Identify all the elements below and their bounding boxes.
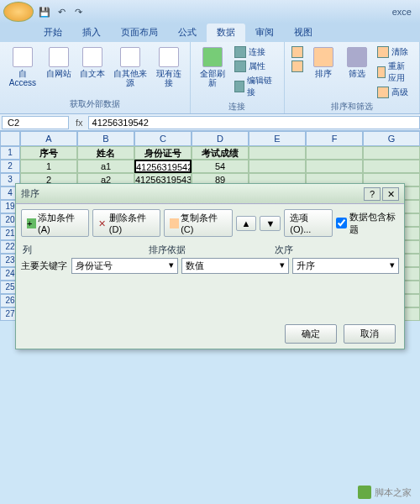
ribbon-group-sort-filter: 排序 筛选 清除重新应用高级 排序和筛选 — [285, 42, 420, 113]
cell[interactable]: a1 — [77, 160, 134, 173]
ribbon-group-connections: 全部刷新 连接属性编辑链接 连接 — [191, 42, 285, 113]
dialog-titlebar[interactable]: 排序 ? ✕ — [16, 184, 404, 204]
column-header[interactable]: B — [77, 131, 134, 146]
fx-icon[interactable]: fx — [71, 118, 88, 128]
row-header[interactable]: 1 — [0, 146, 20, 160]
ribbon-item[interactable]: 重新应用 — [375, 60, 414, 85]
ribbon: 自 Access自网站自文本自其他来源现有连接 获取外部数据 全部刷新 连接属性… — [0, 42, 420, 114]
cell[interactable]: 考试成绩 — [192, 146, 249, 160]
tab-5[interactable]: 审阅 — [245, 24, 284, 42]
refresh-all-button[interactable]: 全部刷新 — [196, 45, 229, 89]
sort-icon — [313, 47, 333, 67]
ribbon-button[interactable]: 自网站 — [44, 45, 74, 80]
app-title: exce — [392, 7, 417, 17]
ribbon-button[interactable]: 自文本 — [77, 45, 108, 80]
cell[interactable]: 序号 — [20, 146, 77, 160]
ribbon-button[interactable]: 自 Access — [5, 45, 40, 89]
sort-asc-button[interactable] — [290, 45, 305, 59]
column-header[interactable]: D — [192, 131, 249, 146]
select-all-corner[interactable] — [0, 131, 20, 146]
ribbon-button[interactable]: 现有连接 — [153, 45, 185, 89]
sort-desc-button[interactable] — [290, 60, 305, 73]
formula-bar-row: C2 fx 41256319542 — [0, 114, 420, 131]
cell[interactable]: 身份证号 — [134, 146, 192, 160]
tab-3[interactable]: 公式 — [168, 24, 207, 42]
add-condition-button[interactable]: +添加条件(A) — [21, 209, 89, 237]
cell[interactable] — [306, 146, 363, 160]
cancel-button[interactable]: 取消 — [344, 324, 396, 344]
tab-2[interactable]: 页面布局 — [111, 24, 168, 42]
filter-icon — [347, 47, 367, 67]
ribbon-group-external-data: 自 Access自网站自文本自其他来源现有连接 获取外部数据 — [0, 42, 191, 113]
ribbon-item[interactable]: 连接 — [233, 45, 279, 59]
title-bar: 💾 ↶ ↷ exce — [0, 0, 420, 24]
site-icon — [358, 486, 371, 499]
ribbon-item[interactable]: 清除 — [375, 45, 414, 59]
column-header[interactable]: C — [134, 131, 192, 146]
move-down-button[interactable]: ▼ — [260, 216, 281, 231]
options-button[interactable]: 选项(O)... — [284, 209, 332, 237]
ribbon-item[interactable]: 编辑链接 — [233, 74, 279, 99]
formula-bar[interactable]: 41256319542 — [88, 116, 420, 129]
column-select[interactable]: 身份证号▾ — [71, 258, 178, 274]
cell[interactable]: 姓名 — [77, 146, 134, 160]
filter-button[interactable]: 筛选 — [342, 45, 372, 80]
ribbon-item[interactable]: 高级 — [375, 86, 414, 99]
office-button[interactable] — [3, 2, 34, 22]
name-box[interactable]: C2 — [2, 116, 69, 129]
ok-button[interactable]: 确定 — [285, 324, 337, 344]
tab-4[interactable]: 数据 — [207, 24, 245, 42]
column-header[interactable]: E — [249, 131, 306, 146]
cell[interactable]: 1 — [20, 160, 77, 173]
save-icon[interactable]: 💾 — [37, 4, 52, 19]
sort-button[interactable]: 排序 — [308, 45, 339, 80]
order-select[interactable]: 升序▾ — [292, 258, 399, 274]
ribbon-item[interactable]: 属性 — [233, 60, 279, 73]
column-header[interactable]: A — [20, 131, 77, 146]
help-icon[interactable]: ? — [364, 187, 381, 201]
tab-6[interactable]: 视图 — [284, 24, 323, 42]
cell[interactable]: 41256319542 — [134, 160, 192, 173]
redo-icon[interactable]: ↷ — [71, 4, 86, 19]
ribbon-tabs: 开始插入页面布局公式数据审阅视图 — [0, 24, 420, 42]
chevron-down-icon: ▾ — [390, 260, 395, 272]
cell[interactable] — [306, 160, 363, 173]
cell[interactable] — [249, 146, 306, 160]
primary-key-label: 主要关键字 — [21, 260, 68, 272]
ribbon-button[interactable]: 自其他来源 — [111, 45, 150, 89]
cell[interactable]: 54 — [192, 160, 249, 173]
refresh-icon — [202, 47, 223, 67]
chevron-down-icon: ▾ — [280, 260, 285, 272]
tab-0[interactable]: 开始 — [34, 24, 72, 42]
copy-condition-button[interactable]: 复制条件(C) — [164, 209, 232, 237]
cell[interactable] — [363, 160, 420, 173]
chevron-down-icon: ▾ — [169, 260, 174, 272]
delete-condition-button[interactable]: ✕删除条件(D) — [92, 209, 160, 237]
close-icon[interactable]: ✕ — [382, 187, 399, 201]
watermark: 脚本之家 — [358, 486, 412, 499]
move-up-button[interactable]: ▲ — [236, 216, 257, 231]
undo-icon[interactable]: ↶ — [54, 4, 69, 19]
cell[interactable] — [363, 146, 420, 160]
row-header[interactable]: 2 — [0, 160, 20, 173]
quick-access-toolbar: 💾 ↶ ↷ — [37, 4, 86, 19]
column-header[interactable]: F — [306, 131, 363, 146]
has-header-checkbox[interactable]: 数据包含标题 — [336, 211, 399, 236]
cell[interactable] — [249, 160, 306, 173]
tab-1[interactable]: 插入 — [72, 24, 111, 42]
sorton-select[interactable]: 数值▾ — [181, 258, 288, 274]
column-header[interactable]: G — [363, 131, 420, 146]
sort-dialog: 排序 ? ✕ +添加条件(A) ✕删除条件(D) 复制条件(C) ▲ ▼ 选项(… — [15, 183, 405, 349]
